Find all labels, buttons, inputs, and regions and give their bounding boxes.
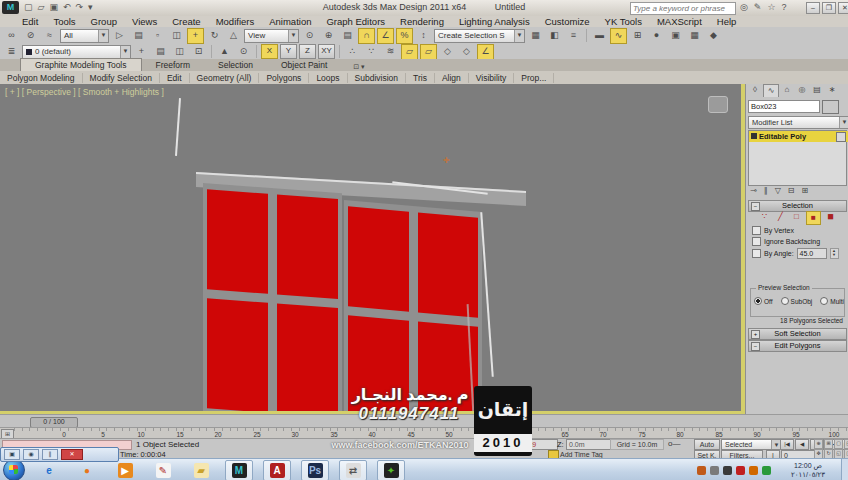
- menu-item[interactable]: Views: [132, 16, 157, 27]
- menu-item[interactable]: Tools: [53, 16, 75, 27]
- zoom-all-icon[interactable]: ⊞: [824, 439, 833, 449]
- axis-constraint-button[interactable]: Z: [299, 44, 316, 59]
- edge-mode-icon[interactable]: ╱: [774, 211, 787, 223]
- menu-item[interactable]: Create: [172, 16, 201, 27]
- axis-constraint-button[interactable]: X: [261, 44, 278, 59]
- close-button[interactable]: ✕: [838, 2, 848, 14]
- recorder-record-icon[interactable]: ◉: [23, 449, 39, 460]
- pin-stack-icon[interactable]: ⊸: [750, 186, 757, 195]
- menu-item[interactable]: Graph Editors: [326, 16, 385, 27]
- door-panel[interactable]: [207, 298, 268, 411]
- recorder-camera-icon[interactable]: ▣: [4, 449, 20, 460]
- stack-item-lightbulb-icon[interactable]: [836, 132, 846, 142]
- plane-lock-icon[interactable]: ∠: [477, 44, 494, 60]
- constraint-b-icon[interactable]: ∵: [363, 44, 380, 60]
- select-and-link-icon[interactable]: ∞: [3, 28, 20, 44]
- spinner-icon[interactable]: ▲▼: [830, 248, 839, 259]
- remove-modifier-icon[interactable]: ⊟: [788, 186, 795, 195]
- ribbon-tab[interactable]: Selection: [204, 59, 267, 71]
- previous-frame-icon[interactable]: ◀: [795, 439, 809, 450]
- taskbar-utility[interactable]: ✎: [149, 460, 177, 480]
- select-and-rotate-icon[interactable]: ↻: [206, 28, 223, 44]
- rectangular-region-icon[interactable]: ▫: [149, 28, 166, 44]
- modifier-list-dropdown[interactable]: Modifier List ▼: [748, 116, 848, 129]
- zoom-region-icon[interactable]: ◰: [844, 439, 848, 449]
- ribbon-panel-button[interactable]: Prop...: [514, 73, 554, 83]
- show-desktop-button[interactable]: [841, 459, 848, 480]
- schematic-view-icon[interactable]: ⊞: [629, 28, 646, 44]
- menu-item[interactable]: Animation: [269, 16, 311, 27]
- viewport-label[interactable]: [ + ] [ Perspective ] [ Smooth + Highlig…: [5, 87, 164, 97]
- ribbon-tab[interactable]: Freeform: [142, 59, 204, 71]
- checkbox-icon[interactable]: [752, 237, 761, 246]
- ribbon-panel-button[interactable]: Subdivision: [348, 73, 406, 83]
- taskbar-media-player[interactable]: ▶: [111, 460, 139, 480]
- border-mode-icon[interactable]: □: [790, 211, 803, 223]
- infocenter-search-input[interactable]: [630, 2, 736, 15]
- snaps-toggle-icon[interactable]: ∩: [358, 28, 375, 44]
- checkbox-icon[interactable]: [752, 226, 761, 235]
- help-icon[interactable]: ?: [781, 1, 786, 14]
- face-constraint-icon[interactable]: ▱: [420, 44, 437, 60]
- spinner-snap-icon[interactable]: ↕: [415, 28, 432, 44]
- start-button[interactable]: [3, 459, 25, 480]
- motion-tab-icon[interactable]: ◎: [795, 84, 809, 96]
- use-pivot-center-icon[interactable]: ⊙: [301, 28, 318, 44]
- axis-constraint-button[interactable]: XY: [318, 44, 335, 59]
- polygon-mode-icon[interactable]: ■: [806, 211, 821, 225]
- tray-updates-icon[interactable]: [749, 466, 758, 475]
- menu-item[interactable]: Modifiers: [216, 16, 255, 27]
- modifier-stack-item[interactable]: Editable Poly: [749, 131, 848, 142]
- curve-editor-icon[interactable]: ∿: [610, 28, 627, 44]
- selection-filter-dropdown[interactable]: All▼: [60, 29, 109, 43]
- go-to-start-icon[interactable]: |◀: [780, 439, 794, 450]
- hierarchy-tab-icon[interactable]: ⌂: [780, 84, 794, 96]
- mirror-icon[interactable]: ◧: [546, 28, 563, 44]
- ribbon-panel-button[interactable]: Tris: [406, 73, 435, 83]
- render-production-icon[interactable]: ◆: [705, 28, 722, 44]
- ignore-backfacing-row[interactable]: Ignore Backfacing: [752, 237, 820, 246]
- ribbon-panel-button[interactable]: Modify Selection: [83, 73, 160, 83]
- menu-item[interactable]: Rendering: [400, 16, 444, 27]
- door-panel[interactable]: [277, 303, 338, 411]
- bind-to-space-warp-icon[interactable]: ≈: [41, 28, 58, 44]
- menu-item[interactable]: MAXScript: [657, 16, 702, 27]
- display-tab-icon[interactable]: ▤: [810, 84, 824, 96]
- tray-antivirus-icon[interactable]: [736, 466, 745, 475]
- render-setup-icon[interactable]: ▣: [667, 28, 684, 44]
- material-editor-icon[interactable]: ●: [648, 28, 665, 44]
- ribbon-panel-button[interactable]: Loops: [309, 73, 347, 83]
- ribbon-panel-button[interactable]: Polygon Modeling: [0, 73, 83, 83]
- menu-item[interactable]: Help: [717, 16, 737, 27]
- select-and-move-icon[interactable]: +: [187, 28, 204, 44]
- coordinate-z-field[interactable]: 0.0m: [566, 439, 612, 450]
- preview-selection-option[interactable]: Multi: [820, 297, 844, 305]
- tray-speaker-icon[interactable]: [723, 466, 732, 475]
- normal-b-icon[interactable]: ◇: [458, 44, 475, 60]
- normal-a-icon[interactable]: ◇: [439, 44, 456, 60]
- taskbar-app[interactable]: ✦: [377, 460, 405, 480]
- select-and-manipulate-icon[interactable]: ⊕: [320, 28, 337, 44]
- object-name-field[interactable]: Box023: [748, 100, 820, 113]
- taskbar-internet-explorer[interactable]: e: [35, 460, 63, 480]
- rendered-frame-icon[interactable]: ▦: [686, 28, 703, 44]
- taskbar-firefox[interactable]: ●: [73, 460, 101, 480]
- tray-network-icon[interactable]: [710, 466, 719, 475]
- taskbar-clock[interactable]: ص 12:00 ٢٠١١/٠٥/٢٣: [779, 461, 837, 479]
- select-and-scale-icon[interactable]: △: [225, 28, 242, 44]
- door-panel[interactable]: [277, 194, 338, 298]
- axis-constraint-button[interactable]: Y: [280, 44, 297, 59]
- search-icon[interactable]: ◎: [740, 1, 748, 14]
- modify-tab-icon[interactable]: ∿: [763, 84, 779, 97]
- zoom-icon[interactable]: ⊕: [814, 439, 823, 449]
- preview-selection-option[interactable]: Off: [754, 297, 773, 305]
- menu-item[interactable]: YK Tools: [605, 16, 642, 27]
- menu-item[interactable]: Lighting Analysis: [459, 16, 530, 27]
- menu-item[interactable]: Group: [91, 16, 117, 27]
- select-by-name-icon[interactable]: ▤: [130, 28, 147, 44]
- favorites-star-icon[interactable]: ☆: [767, 1, 775, 14]
- object-color-swatch[interactable]: [822, 100, 839, 114]
- door-leaf-right[interactable]: [344, 200, 482, 411]
- ribbon-tab[interactable]: Graphite Modeling Tools: [20, 58, 142, 71]
- zoom-extents-icon[interactable]: ▢: [834, 439, 843, 449]
